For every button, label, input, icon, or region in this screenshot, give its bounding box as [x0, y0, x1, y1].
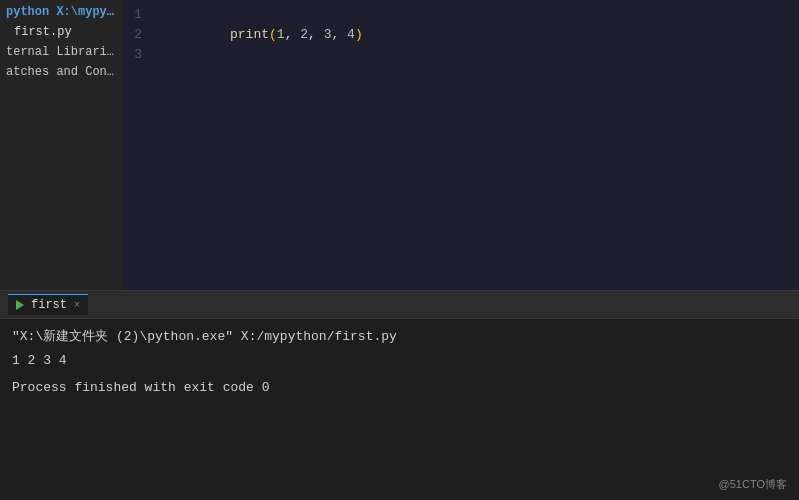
- editor-content[interactable]: 1 2 3 print(1, 2, 3, 4): [122, 0, 799, 290]
- panel-content: "X:\新建文件夹 (2)\python.exe" X:/mypython/fi…: [0, 319, 799, 500]
- paren-open: (: [269, 27, 277, 42]
- comma-3: ,: [332, 27, 348, 42]
- sidebar-project-root[interactable]: python X:\mypython: [0, 2, 122, 22]
- sidebar: python X:\mypython first.py ternal Libra…: [0, 0, 122, 290]
- sidebar-item-external-libraries[interactable]: ternal Libraries: [0, 42, 122, 62]
- num-4: 4: [347, 27, 355, 42]
- code-content[interactable]: print(1, 2, 3, 4): [152, 4, 799, 290]
- sidebar-item-first-py[interactable]: first.py: [0, 22, 122, 42]
- comma-2: ,: [308, 27, 324, 42]
- num-1: 1: [277, 27, 285, 42]
- tab-label: first: [31, 298, 67, 312]
- code-line-3: [152, 85, 799, 105]
- tab-close-button[interactable]: ×: [74, 300, 80, 311]
- editor-area: 1 2 3 print(1, 2, 3, 4): [122, 0, 799, 290]
- comma-1: ,: [285, 27, 301, 42]
- num-3: 3: [324, 27, 332, 42]
- code-line-1: print(1, 2, 3, 4): [152, 5, 799, 65]
- panel-tabs: first ×: [0, 291, 799, 319]
- bottom-panel: first × "X:\新建文件夹 (2)\python.exe" X:/myp…: [0, 290, 799, 500]
- keyword-print: print: [230, 27, 269, 42]
- line-numbers: 1 2 3: [122, 4, 152, 290]
- run-command: "X:\新建文件夹 (2)\python.exe" X:/mypython/fi…: [12, 327, 787, 347]
- process-line: Process finished with exit code 0: [12, 378, 787, 398]
- num-2: 2: [300, 27, 308, 42]
- run-tab[interactable]: first ×: [8, 294, 88, 315]
- watermark: @51CTO博客: [719, 477, 787, 492]
- paren-close: ): [355, 27, 363, 42]
- code-line-2: [152, 65, 799, 85]
- run-icon: [16, 300, 26, 310]
- output-line: 1 2 3 4: [12, 351, 787, 371]
- sidebar-item-scratches[interactable]: atches and Consoles: [0, 62, 122, 82]
